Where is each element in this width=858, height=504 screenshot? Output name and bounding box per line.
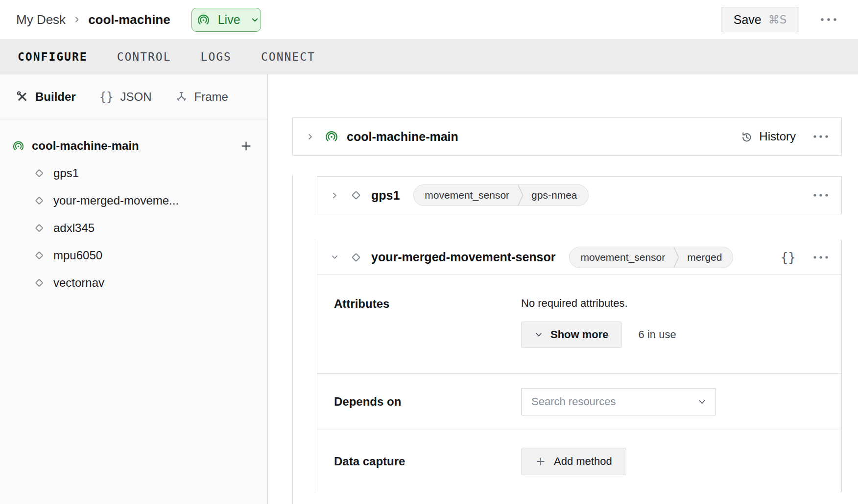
tree-item-vectornav[interactable]: vectornav — [0, 269, 267, 297]
view-tab-label: Frame — [194, 90, 228, 104]
live-broadcast-icon — [12, 140, 24, 152]
tree-item-label: mpu6050 — [53, 249, 102, 262]
chevron-down-icon — [534, 330, 543, 339]
tree-root-label: cool-machine-main — [32, 139, 139, 153]
save-shortcut-hint: ⌘S — [768, 13, 787, 26]
save-button-label: Save — [734, 13, 762, 27]
tag-model: merged — [687, 252, 722, 263]
component-diamond-icon — [33, 222, 46, 234]
attributes-label: Attributes — [334, 297, 521, 311]
depends-on-select[interactable] — [521, 388, 716, 415]
tree-item-machine-part[interactable]: cool-machine-main — [0, 132, 267, 160]
component-diamond-icon — [33, 276, 46, 289]
tools-icon — [16, 91, 28, 103]
component-diamond-icon — [33, 167, 46, 180]
tree-item-adxl345[interactable]: adxl345 — [0, 214, 267, 242]
config-view-switcher: Builder {} JSON Frame — [0, 74, 267, 119]
search-resources-input[interactable] — [531, 395, 697, 408]
component-type-tags: movement_sensor gps-nmea — [413, 184, 588, 206]
braces-icon: {} — [99, 90, 114, 104]
tag-api-type: movement_sensor — [425, 189, 509, 201]
ellipsis-icon — [812, 193, 829, 198]
live-status-label: Live — [218, 13, 240, 27]
tree-item-mpu6050[interactable]: mpu6050 — [0, 242, 267, 269]
chevron-down-icon — [697, 397, 707, 407]
show-more-label: Show more — [550, 328, 609, 341]
attributes-content: No required attributes. Show more 6 in u… — [521, 297, 676, 348]
tree-item-merged-sensor[interactable]: your-merged-moveme... — [0, 187, 267, 214]
tree-item-label: your-merged-moveme... — [53, 194, 179, 207]
history-button[interactable]: History — [740, 130, 796, 143]
history-clock-icon — [740, 131, 753, 143]
ellipsis-icon — [812, 134, 829, 139]
part-card-title: cool-machine-main — [347, 130, 458, 144]
merged-sensor-card: your-merged-movement-sensor movement_sen… — [317, 240, 842, 492]
nesting-connector-line — [292, 175, 293, 504]
view-tab-frame[interactable]: Frame — [175, 90, 228, 104]
edit-json-button[interactable]: {} — [781, 250, 796, 265]
ellipsis-icon — [820, 17, 837, 23]
collapse-chevron-down-icon[interactable] — [331, 253, 339, 261]
component-diamond-icon — [349, 251, 363, 264]
tab-control[interactable]: CONTROL — [117, 50, 171, 63]
component-diamond-icon — [33, 194, 46, 207]
ellipsis-icon — [812, 255, 829, 260]
attributes-section: Attributes No required attributes. Show … — [317, 275, 841, 373]
no-required-attributes-text: No required attributes. — [521, 297, 676, 310]
tree-item-label: vectornav — [53, 276, 104, 290]
merged-sensor-header: your-merged-movement-sensor movement_sen… — [317, 240, 841, 275]
data-capture-section: Data capture Add method — [317, 430, 841, 492]
tag-model: gps-nmea — [531, 189, 577, 201]
plus-icon — [535, 456, 546, 467]
tab-connect[interactable]: CONNECT — [261, 50, 315, 63]
gps1-component-card: gps1 movement_sensor gps-nmea — [317, 176, 842, 214]
add-method-button[interactable]: Add method — [521, 448, 626, 475]
expand-chevron-right-icon[interactable] — [306, 133, 314, 141]
view-tab-label: JSON — [120, 90, 152, 104]
tag-separator-icon — [517, 184, 524, 206]
machine-status-badge[interactable]: Live — [191, 8, 261, 32]
view-tab-json[interactable]: {} JSON — [99, 90, 152, 104]
live-broadcast-icon — [325, 130, 338, 143]
add-method-label: Add method — [554, 455, 612, 468]
gps-card-title: gps1 — [371, 188, 400, 203]
attributes-in-use-count: 6 in use — [639, 328, 676, 341]
chevron-down-icon — [250, 15, 260, 24]
resource-tree: cool-machine-main gps1 your-merged-movem… — [0, 119, 267, 297]
add-component-button[interactable] — [240, 140, 252, 152]
merged-sensor-title: your-merged-movement-sensor — [371, 250, 555, 264]
expand-chevron-right-icon[interactable] — [331, 191, 339, 200]
tag-separator-icon — [673, 247, 679, 268]
breadcrumb-chevron-icon — [72, 15, 82, 24]
plus-icon — [240, 140, 252, 152]
topbar: My Desk cool-machine Live Save ⌘ — [0, 0, 858, 39]
depends-on-section: Depends on — [317, 373, 841, 430]
component-type-tags: movement_sensor merged — [569, 247, 733, 268]
view-tab-builder[interactable]: Builder — [16, 90, 76, 104]
history-button-label: History — [759, 130, 796, 143]
topbar-actions: Save ⌘S — [721, 7, 837, 32]
breadcrumb: My Desk cool-machine — [16, 12, 170, 27]
show-more-button[interactable]: Show more — [521, 321, 622, 348]
breadcrumb-parent-link[interactable]: My Desk — [16, 12, 66, 27]
component-diamond-icon — [349, 188, 363, 202]
sensor-card-menu-button[interactable] — [812, 255, 829, 260]
tab-logs[interactable]: LOGS — [201, 50, 232, 63]
machine-name: cool-machine — [88, 12, 170, 27]
save-button[interactable]: Save ⌘S — [721, 7, 799, 32]
tree-item-label: adxl345 — [53, 221, 95, 235]
frame-axes-icon — [175, 91, 188, 103]
depends-on-label: Depends on — [334, 395, 521, 409]
machine-part-card: cool-machine-main History — [292, 117, 842, 156]
tag-api-type: movement_sensor — [580, 252, 665, 263]
machine-config-page: My Desk cool-machine Live Save ⌘ — [0, 0, 858, 504]
view-tab-label: Builder — [35, 90, 76, 104]
topbar-overflow-menu-button[interactable] — [820, 17, 837, 23]
live-broadcast-icon — [197, 13, 210, 26]
gps-card-menu-button[interactable] — [812, 193, 829, 198]
component-diamond-icon — [33, 249, 46, 262]
tab-configure[interactable]: CONFIGURE — [18, 50, 88, 63]
tree-item-gps1[interactable]: gps1 — [0, 160, 267, 187]
main-nav-tabs: CONFIGURE CONTROL LOGS CONNECT — [0, 39, 858, 74]
part-card-menu-button[interactable] — [812, 134, 829, 139]
